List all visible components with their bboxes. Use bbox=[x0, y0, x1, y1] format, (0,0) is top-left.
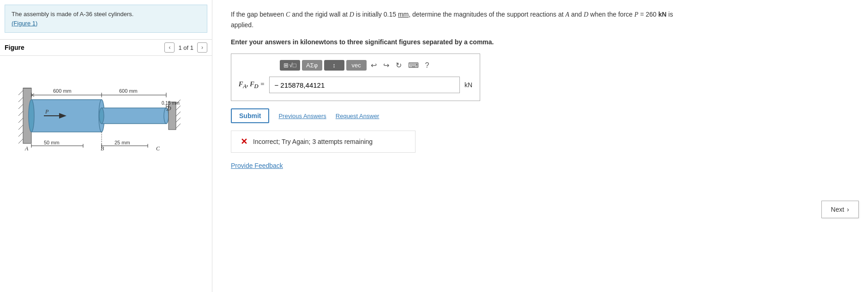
error-text: Incorrect; Try Again; 3 attempts remaini… bbox=[253, 138, 373, 145]
q-unit: mm bbox=[398, 11, 409, 18]
q-pre: If the gap between bbox=[231, 11, 286, 18]
error-box: ✕ Incorrect; Try Again; 3 attempts remai… bbox=[231, 131, 416, 153]
q-kN: kN bbox=[658, 11, 667, 18]
q-P: P bbox=[634, 11, 639, 18]
figure-header: Figure ‹ 1 of 1 › bbox=[0, 39, 212, 56]
undo-btn[interactable]: ↩ bbox=[368, 60, 379, 71]
svg-line-5 bbox=[18, 111, 23, 116]
figure-nav: ‹ 1 of 1 › bbox=[164, 42, 207, 53]
q-A: A bbox=[566, 11, 570, 18]
next-chevron-icon: › bbox=[847, 206, 849, 213]
answer-container: ⊞ √□ ΑΣφ ↕ vec ↩ ↪ ↻ ⌨ bbox=[231, 54, 480, 101]
svg-text:0.15 mm: 0.15 mm bbox=[162, 101, 180, 106]
submit-label: Submit bbox=[239, 112, 261, 119]
svg-line-3 bbox=[18, 97, 23, 102]
problem-text-box: The assembly is made of A-36 steel cylin… bbox=[5, 5, 207, 33]
greek-label: ΑΣφ bbox=[306, 62, 318, 69]
request-answer-btn[interactable]: Request Answer bbox=[336, 113, 380, 119]
feedback-label: Provide Feedback bbox=[231, 162, 283, 169]
svg-text:25 mm: 25 mm bbox=[115, 140, 130, 145]
keyboard-btn[interactable]: ⌨ bbox=[406, 60, 421, 71]
next-btn[interactable]: Next › bbox=[821, 201, 859, 218]
help-btn[interactable]: ? bbox=[423, 60, 432, 71]
svg-rect-11 bbox=[31, 100, 102, 132]
q-D2: D bbox=[584, 11, 588, 18]
svg-line-2 bbox=[18, 90, 23, 95]
svg-line-8 bbox=[18, 132, 23, 137]
svg-text:600 mm: 600 mm bbox=[53, 88, 72, 94]
input-label: FA, FD = bbox=[239, 80, 265, 90]
next-label: Next bbox=[831, 206, 844, 213]
svg-line-19 bbox=[176, 106, 181, 110]
greek-btn[interactable]: ΑΣφ bbox=[302, 60, 322, 71]
redo-icon: ↪ bbox=[383, 61, 389, 70]
svg-line-22 bbox=[176, 124, 181, 128]
answer-input[interactable] bbox=[269, 77, 459, 93]
svg-line-6 bbox=[18, 118, 23, 123]
svg-line-21 bbox=[176, 118, 181, 122]
q-mid2: is initially 0.15 bbox=[354, 11, 398, 18]
request-answer-label: Request Answer bbox=[336, 113, 380, 119]
question-text: If the gap between C and the rigid wall … bbox=[231, 9, 693, 30]
figure-diagram: A bbox=[18, 60, 194, 153]
error-icon: ✕ bbox=[241, 137, 247, 147]
svg-text:B: B bbox=[101, 145, 104, 152]
figure-title: Figure bbox=[5, 44, 164, 51]
matrix-icon: ⊞ bbox=[283, 62, 289, 69]
problem-text: The assembly is made of A-36 steel cylin… bbox=[12, 11, 133, 18]
figure-prev-btn[interactable]: ‹ bbox=[164, 42, 175, 53]
svg-line-7 bbox=[18, 125, 23, 130]
svg-point-12 bbox=[29, 100, 34, 132]
q-and: and bbox=[569, 11, 584, 18]
previous-answers-label: Previous Answers bbox=[278, 113, 326, 119]
svg-text:D: D bbox=[167, 105, 171, 112]
keyboard-icon: ⌨ bbox=[408, 61, 419, 70]
undo-icon: ↩ bbox=[371, 61, 377, 70]
figure-link[interactable]: (Figure 1) bbox=[12, 20, 37, 27]
instruction: Enter your answers in kilonewtons to thr… bbox=[231, 38, 494, 46]
q-post: , determine the magnitudes of the suppor… bbox=[409, 11, 565, 18]
left-panel: The assembly is made of A-36 steel cylin… bbox=[0, 0, 212, 292]
q-D: D bbox=[350, 11, 354, 18]
svg-line-4 bbox=[18, 104, 23, 109]
updown-icon: ↕ bbox=[332, 62, 336, 69]
updown-btn[interactable]: ↕ bbox=[324, 60, 344, 71]
svg-text:50 mm: 50 mm bbox=[44, 140, 60, 145]
svg-text:600 mm: 600 mm bbox=[119, 88, 138, 94]
svg-line-20 bbox=[176, 112, 181, 116]
help-icon: ? bbox=[425, 61, 429, 70]
refresh-icon: ↻ bbox=[396, 61, 402, 70]
unit-label: kN bbox=[464, 81, 472, 89]
svg-text:A: A bbox=[24, 145, 29, 152]
action-row: Submit Previous Answers Request Answer bbox=[231, 108, 850, 123]
submit-btn[interactable]: Submit bbox=[231, 108, 269, 123]
q-eq: = 260 bbox=[639, 11, 658, 18]
figure-nav-text: 1 of 1 bbox=[178, 44, 193, 51]
figure-next-btn[interactable]: › bbox=[197, 42, 207, 53]
redo-btn[interactable]: ↪ bbox=[381, 60, 392, 71]
previous-answers-btn[interactable]: Previous Answers bbox=[278, 113, 326, 119]
svg-text:P: P bbox=[45, 108, 49, 115]
feedback-btn[interactable]: Provide Feedback bbox=[231, 162, 283, 169]
input-row: FA, FD = kN bbox=[239, 77, 472, 93]
figure-area: A bbox=[0, 56, 212, 157]
feedback-section: Provide Feedback bbox=[231, 162, 850, 169]
matrix-btn[interactable]: ⊞ √□ bbox=[280, 60, 300, 71]
instruction-text: Enter your answers in kilonewtons to thr… bbox=[231, 37, 693, 47]
q-mid1: and the rigid wall at bbox=[290, 11, 349, 18]
svg-line-9 bbox=[18, 139, 23, 143]
refresh-btn[interactable]: ↻ bbox=[393, 60, 404, 71]
vec-label: vec bbox=[351, 62, 361, 69]
right-panel: If the gap between C and the rigid wall … bbox=[212, 0, 868, 292]
toolbar: ⊞ √□ ΑΣφ ↕ vec ↩ ↪ ↻ ⌨ bbox=[239, 60, 472, 71]
q-end1: when the force bbox=[588, 11, 634, 18]
left-content: Figure ‹ 1 of 1 › bbox=[0, 37, 212, 292]
sqrt-icon: √□ bbox=[289, 62, 296, 69]
vec-btn[interactable]: vec bbox=[346, 60, 367, 71]
svg-text:C: C bbox=[156, 145, 160, 152]
svg-rect-14 bbox=[102, 108, 166, 124]
svg-point-15 bbox=[99, 108, 104, 124]
